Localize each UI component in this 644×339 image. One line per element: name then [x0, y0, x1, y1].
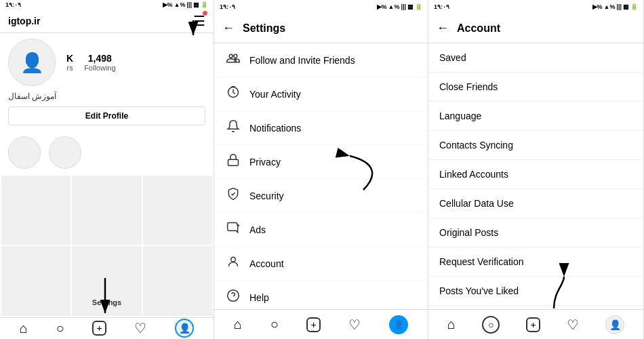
add-nav-2[interactable]: + [306, 317, 320, 332]
security-icon [225, 187, 241, 204]
account-item-close-friends[interactable]: Close Friends [428, 73, 643, 102]
time-1: 1۹:۰۹ [5, 1, 21, 8]
avatar: 👤 [8, 39, 56, 86]
account-item-contacts[interactable]: Contacts Syncing [428, 131, 643, 160]
post-thumbnail[interactable] [72, 176, 141, 245]
privacy-label: Privacy [249, 157, 281, 167]
settings-bottom-label: Settings [0, 298, 214, 306]
privacy-icon [225, 153, 241, 170]
add-nav-3[interactable]: + [526, 317, 540, 332]
search-nav-icon[interactable]: ○ [56, 321, 64, 336]
bottom-nav-3: ⌂ ○ + ♡ 👤 [428, 309, 643, 339]
settings-item-privacy[interactable]: Privacy [214, 145, 428, 179]
help-label: Help [249, 292, 269, 303]
settings-item-follow[interactable]: Follow and Invite Friends [214, 43, 428, 77]
account-top-bar: ← Account [428, 14, 643, 43]
svg-point-6 [231, 257, 236, 262]
status-icons-2: ▶︎% ▲% ||| ▦ 🔋 [377, 3, 423, 10]
account-item-language[interactable]: Language [428, 102, 643, 131]
follow-icon [225, 52, 241, 68]
status-bar-3: 1۹:۰۹ ▶︎% ▲% ||| ▦ 🔋 [428, 0, 643, 14]
stats-container: K rs 1,498 Following [66, 53, 116, 72]
account-panel: 1۹:۰۹ ▶︎% ▲% ||| ▦ 🔋 ← Account Saved Clo… [428, 0, 644, 339]
security-label: Security [249, 191, 284, 201]
home-nav-3[interactable]: ⌂ [447, 317, 456, 332]
status-icons-3: ▶︎% ▲% ||| ▦ 🔋 [592, 3, 639, 10]
account-label: Account [249, 258, 284, 269]
profile-nav-icon[interactable]: 👤 [175, 319, 194, 338]
settings-item-help[interactable]: Help [214, 281, 428, 309]
hamburger-menu[interactable]: ☰ [193, 13, 205, 29]
bio: آموزش اسفال [0, 92, 214, 106]
highlight-item[interactable] [8, 136, 41, 169]
svg-rect-5 [228, 159, 239, 165]
follow-label: Follow and Invite Friends [249, 55, 355, 66]
back-button-settings[interactable]: ← [222, 21, 235, 35]
notification-dot [202, 10, 208, 16]
settings-item-account[interactable]: Account [214, 247, 428, 281]
post-thumbnail[interactable] [1, 176, 71, 245]
bottom-nav-1: ⌂ ○ + ♡ 👤 [0, 317, 214, 339]
account-list: Saved Close Friends Language Contacts Sy… [428, 43, 643, 309]
account-icon [225, 255, 241, 272]
ads-label: Ads [249, 224, 266, 235]
heart-nav-3[interactable]: ♡ [567, 317, 579, 333]
settings-top-bar: ← Settings [214, 14, 428, 43]
notifications-icon [225, 119, 241, 136]
heart-nav-2[interactable]: ♡ [348, 317, 361, 333]
account-item-linked[interactable]: Linked Accounts [428, 160, 643, 189]
add-nav-icon[interactable]: + [92, 321, 106, 336]
home-nav-icon[interactable]: ⌂ [20, 321, 28, 336]
bottom-nav-2: ⌂ ○ + ♡ 👤 [214, 309, 428, 339]
account-item-posts-liked[interactable]: Posts You've Liked [428, 277, 643, 306]
settings-item-ads[interactable]: Ads [214, 213, 428, 247]
account-item-saved[interactable]: Saved [428, 43, 643, 73]
account-item-verification[interactable]: Request Verification [428, 247, 643, 277]
settings-title: Settings [243, 22, 285, 35]
highlights-row [0, 131, 214, 174]
posts-stat: K rs [66, 53, 73, 72]
post-thumbnail[interactable] [143, 176, 212, 245]
followers-stat: 1,498 Following [84, 53, 115, 72]
time-2: 1۹:۰۹ [220, 3, 235, 10]
time-3: 1۹:۰۹ [434, 3, 449, 10]
ads-icon [225, 221, 241, 238]
notifications-label: Notifications [249, 123, 301, 134]
settings-item-notifications[interactable]: Notifications [214, 111, 428, 145]
profile-info-row: 👤 K rs 1,498 Following [0, 33, 214, 92]
highlight-item[interactable] [49, 136, 81, 169]
profile-nav-2[interactable]: 👤 [389, 315, 408, 334]
status-bar-2: 1۹:۰۹ ▶︎% ▲% ||| ▦ 🔋 [214, 0, 428, 14]
settings-item-activity[interactable]: Your Activity [214, 77, 428, 111]
stats-row: K rs 1,498 Following [66, 53, 116, 72]
status-icons-1: ▶︎% ▲% ||| ▦ 🔋 [163, 1, 209, 8]
account-item-cellular[interactable]: Cellular Data Use [428, 189, 643, 218]
account-title: Account [457, 22, 500, 35]
activity-label: Your Activity [249, 89, 301, 100]
heart-nav-icon[interactable]: ♡ [134, 320, 146, 336]
posts-grid [0, 174, 214, 317]
account-item-original-posts[interactable]: Original Posts [428, 218, 643, 247]
search-nav-3[interactable]: ○ [482, 316, 500, 334]
svg-point-7 [228, 290, 239, 302]
home-nav-2[interactable]: ⌂ [234, 317, 242, 332]
edit-profile-button[interactable]: Edit Profile [8, 106, 205, 125]
settings-list: Follow and Invite Friends Your Activity … [214, 43, 428, 309]
activity-icon [225, 85, 241, 102]
profile-nav-3[interactable]: 👤 [605, 315, 624, 334]
back-button-account[interactable]: ← [437, 21, 449, 35]
status-bar-1: 1۹:۰۹ ▶︎% ▲% ||| ▦ 🔋 [0, 0, 214, 10]
settings-item-security[interactable]: Security [214, 179, 428, 213]
edit-profile-area: Edit Profile [0, 106, 214, 131]
profile-header: igtop.ir ☰ [0, 10, 214, 33]
search-nav-2[interactable]: ○ [270, 317, 279, 332]
profile-panel: 1۹:۰۹ ▶︎% ▲% ||| ▦ 🔋 igtop.ir ☰ 👤 K rs [0, 0, 214, 339]
settings-panel: 1۹:۰۹ ▶︎% ▲% ||| ▦ 🔋 ← Settings Follow a… [214, 0, 428, 339]
help-icon [225, 289, 241, 306]
username-header: igtop.ir [8, 16, 40, 26]
